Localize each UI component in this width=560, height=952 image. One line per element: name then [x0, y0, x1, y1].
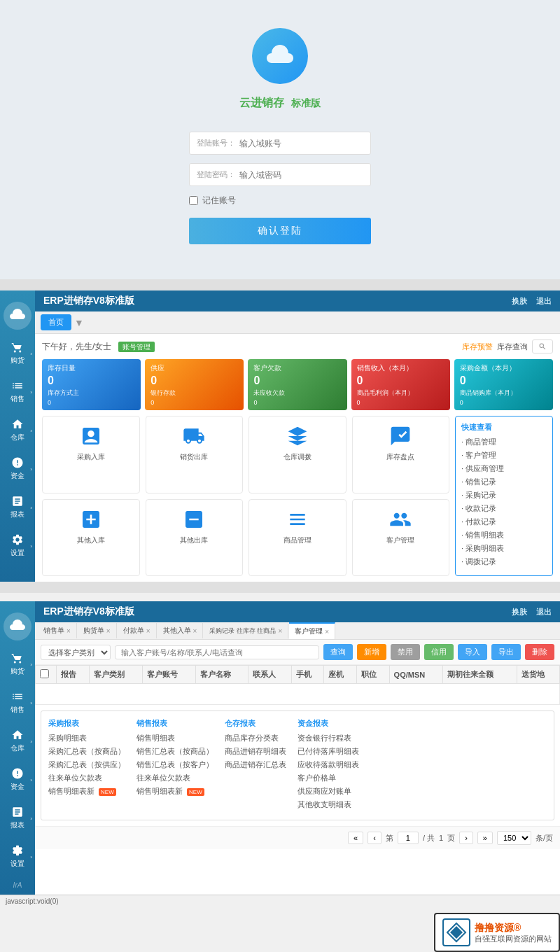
qv-item-receipt[interactable]: · 收款记录 — [461, 503, 547, 514]
export-button[interactable]: 导出 — [491, 644, 521, 660]
tab-purchase-record[interactable]: 采购记录 往库存 往商品 × — [204, 624, 288, 638]
customer-type-select[interactable]: 选择客户类别 — [41, 645, 111, 660]
action-sales[interactable]: 销货出库 — [146, 416, 244, 493]
rpt-paid-pending[interactable]: 已付待落库明细表 — [298, 746, 359, 757]
import-button[interactable]: 导入 — [458, 644, 487, 660]
rpt-supplier-reconcile[interactable]: 供应商应对账单 — [298, 786, 359, 797]
sidebar-item-sales[interactable]: 销售 › — [0, 372, 35, 411]
rpt-outstanding[interactable]: 往来单位欠款表 — [48, 773, 125, 783]
sidebar-item-settings-2[interactable]: 设置 › — [0, 837, 35, 876]
sidebar-item-warehouse-2[interactable]: 仓库 › — [0, 722, 35, 760]
tab-sales[interactable]: 销售单 × — [38, 623, 77, 638]
sidebar-item-purchase[interactable]: 购货 › — [0, 334, 35, 372]
close-tab-purchase[interactable]: × — [106, 627, 111, 635]
qv-item-product[interactable]: · 商品管理 — [461, 437, 547, 447]
qv-item-purchase-record[interactable]: · 采购记录 — [461, 490, 547, 500]
tab-customer-mgmt[interactable]: 客户管理 × — [289, 622, 335, 639]
tab-home[interactable]: 首页 — [41, 314, 71, 330]
report-group-purchase: 采购报表 采购明细表 采购汇总表（按商品） 采购汇总表（按供应） 往来单位欠款表… — [48, 718, 125, 813]
sidebar-item-money[interactable]: 资金 › — [0, 449, 35, 488]
dashboard: 下午好，先生/女士 账号管理 库存预警 库存查询 库存日量 — [35, 334, 560, 582]
rpt-inventory-detail[interactable]: 商品进销存明细表 — [225, 746, 286, 757]
erp-panel-2: 购货 › 销售 › 仓库 › 资金 › 报表 › — [0, 601, 560, 895]
sidebar-item-sales-2[interactable]: 销售 › — [0, 683, 35, 722]
rpt-bank[interactable]: 资金银行行程表 — [298, 733, 359, 743]
sidebar-item-report[interactable]: 报表 › — [0, 488, 35, 526]
tab-payment[interactable]: 付款单 × — [118, 623, 157, 638]
remember-label[interactable]: 记住账号 — [202, 195, 236, 206]
credit-button[interactable]: 信用 — [424, 644, 454, 660]
close-tab-purchase-record[interactable]: × — [278, 627, 282, 635]
header-actions-2: 换肤 退出 — [505, 607, 552, 617]
skin-btn[interactable]: 换肤 — [512, 297, 527, 305]
rpt-customer-price[interactable]: 客户价格单 — [298, 773, 359, 783]
qv-item-payment[interactable]: · 付款记录 — [461, 517, 547, 527]
qv-item-customer[interactable]: · 客户管理 — [461, 450, 547, 461]
action-product[interactable]: 商品管理 — [248, 499, 346, 577]
prev-page-btn[interactable]: ‹ — [368, 832, 382, 844]
qv-item-transfer[interactable]: · 调拨记录 — [461, 556, 547, 567]
logout-btn[interactable]: 退出 — [536, 297, 552, 305]
rpt-sales-new[interactable]: 销售明细表新 NEW — [48, 786, 125, 797]
rpt-sales-detail[interactable]: 销售明细表 — [136, 733, 214, 743]
sidebar-item-settings[interactable]: 设置 › — [0, 526, 35, 565]
action-other-out[interactable]: 其他出库 — [146, 499, 244, 577]
page-size-select[interactable]: 150 — [497, 831, 531, 845]
page-number-input[interactable] — [398, 832, 419, 844]
rpt-purchase-summary-product[interactable]: 采购汇总表（按商品） — [48, 746, 125, 757]
rpt-sales-summary-product[interactable]: 销售汇总表（按商品） — [136, 746, 214, 757]
search-input-2[interactable] — [115, 645, 319, 659]
rpt-outstanding-sales[interactable]: 往来单位欠款表 — [136, 773, 214, 783]
remember-checkbox[interactable] — [189, 196, 198, 205]
action-warehouse[interactable]: 仓库调拨 — [248, 416, 346, 493]
last-page-btn[interactable]: » — [477, 832, 493, 844]
qv-item-sales-detail[interactable]: · 销售明细表 — [461, 530, 547, 540]
password-input[interactable] — [239, 170, 363, 180]
sidebar-item-purchase-2[interactable]: 购货 › — [0, 645, 35, 683]
select-all-checkbox[interactable] — [40, 669, 49, 678]
rpt-receivable[interactable]: 应收待落款明细表 — [298, 760, 359, 770]
delete-button[interactable]: 删除 — [525, 644, 554, 660]
tab-dropdown[interactable]: ▼ — [74, 317, 84, 328]
product-mgmt-icon — [285, 507, 310, 532]
close-tab-payment[interactable]: × — [146, 627, 150, 635]
rpt-inventory-category[interactable]: 商品库存分类表 — [225, 733, 286, 743]
sidebar-item-report-2[interactable]: 报表 › — [0, 799, 35, 837]
sidebar-item-money-2[interactable]: 资金 › — [0, 760, 35, 799]
tab-other-in[interactable]: 其他入单 × — [158, 623, 204, 638]
skin-btn-2[interactable]: 换肤 — [512, 608, 527, 616]
customer-label: 客户管理 — [386, 536, 414, 545]
rpt-purchase-detail[interactable]: 采购明细表 — [48, 733, 125, 743]
action-customer[interactable]: 客户管理 — [352, 499, 450, 577]
close-tab-customer[interactable]: × — [325, 628, 329, 636]
rpt-sales-new-2[interactable]: 销售明细表新 NEW — [136, 786, 214, 797]
account-manage-badge[interactable]: 账号管理 — [118, 342, 155, 352]
action-purchase[interactable]: 采购入库 — [42, 416, 140, 493]
logout-btn-2[interactable]: 退出 — [536, 608, 552, 616]
rpt-other-income[interactable]: 其他收支明细表 — [298, 799, 359, 810]
qv-item-supplier[interactable]: · 供应商管理 — [461, 463, 547, 474]
first-page-btn[interactable]: « — [348, 832, 363, 844]
qv-item-sales-record[interactable]: · 销售记录 — [461, 477, 547, 487]
close-tab-other-in[interactable]: × — [193, 627, 197, 635]
login-button[interactable]: 确认登陆 — [189, 218, 371, 244]
add-button[interactable]: 新增 — [357, 644, 386, 660]
erp-main-1: ERP进销存V8标准版 换肤 退出 首页 ▼ 下午好，先生/女士 账号管理 库存 — [35, 290, 560, 582]
rpt-inventory-summary[interactable]: 商品进销存汇总表 — [225, 760, 286, 770]
sidebar-item-warehouse[interactable]: 仓库 › — [0, 411, 35, 449]
tab-purchase[interactable]: 购货单 × — [78, 623, 117, 638]
password-field-wrapper: 登陆密码： — [189, 163, 371, 186]
close-tab-sales[interactable]: × — [66, 627, 71, 635]
search-box[interactable] — [532, 340, 553, 354]
action-other-in[interactable]: 其他入库 — [42, 499, 140, 577]
disable-button[interactable]: 禁用 — [391, 644, 420, 660]
qv-item-purchase-detail[interactable]: · 采购明细表 — [461, 543, 547, 554]
username-input[interactable] — [239, 139, 363, 148]
sales-report-title: 销售报表 — [136, 718, 214, 729]
sidebar-logo — [4, 302, 31, 330]
next-page-btn[interactable]: › — [459, 832, 473, 844]
rpt-purchase-summary-supply[interactable]: 采购汇总表（按供应） — [48, 760, 125, 770]
action-inventory[interactable]: 库存盘点 — [352, 416, 450, 493]
query-button[interactable]: 查询 — [323, 644, 353, 660]
rpt-sales-summary-customer[interactable]: 销售汇总表（按客户） — [136, 760, 214, 770]
